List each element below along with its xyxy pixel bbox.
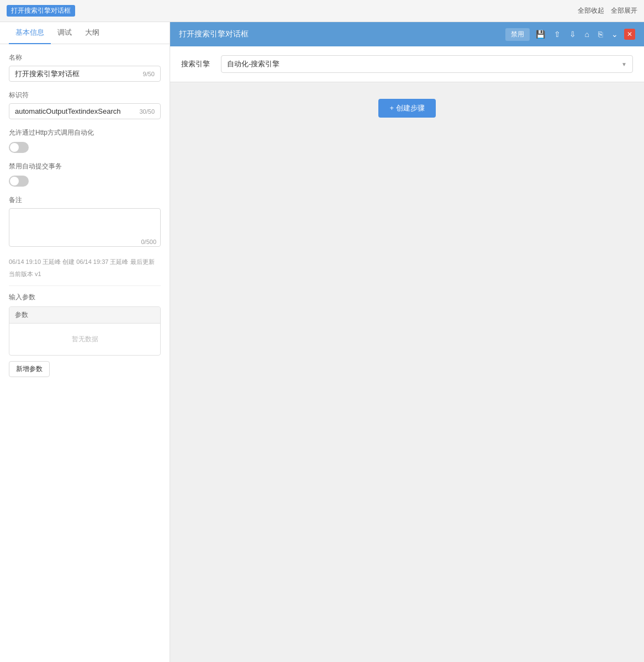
tab-debug[interactable]: 调试 [51, 22, 78, 44]
name-counter: 9/50 [143, 71, 155, 77]
disable-btn[interactable]: 禁用 [505, 28, 530, 41]
expand-all-btn[interactable]: 全部展开 [611, 6, 637, 15]
auto-commit-label: 禁用自动提交事务 [9, 162, 161, 171]
identifier-input-wrapper: 30/50 [9, 103, 161, 119]
add-param-btn[interactable]: 新增参数 [9, 361, 50, 377]
divider [9, 285, 161, 286]
step-header: 打开搜索引擎对话框 禁用 💾 ⇧ ⇩ ⌂ ⎘ ⌄ ✕ [170, 22, 644, 46]
identifier-field-group: 标识符 30/50 [9, 91, 161, 119]
name-input-wrapper: 9/50 [9, 66, 161, 82]
http-toggle-group: 允许通过Http方式调用自动化 [9, 128, 161, 153]
step-card: 打开搜索引擎对话框 禁用 💾 ⇧ ⇩ ⌂ ⎘ ⌄ ✕ 搜索引擎 自动化-搜 [170, 22, 644, 82]
close-icon-btn[interactable]: ✕ [624, 29, 635, 40]
notes-textarea[interactable] [9, 208, 161, 247]
step-body: 搜索引擎 自动化-搜索引擎 ▼ [170, 46, 644, 82]
http-label: 允许通过Http方式调用自动化 [9, 128, 161, 137]
auto-commit-toggle-group: 禁用自动提交事务 [9, 162, 161, 187]
main-layout: 基本信息 调试 大纲 名称 9/50 标识符 30/50 [0, 22, 644, 662]
right-panel: 打开搜索引擎对话框 禁用 💾 ⇧ ⇩ ⌂ ⎘ ⌄ ✕ 搜索引擎 自动化-搜 [170, 22, 644, 662]
tab-bar: 基本信息 调试 大纲 [0, 22, 170, 44]
params-empty: 暂无数据 [9, 324, 160, 355]
params-col-label: 参数 [9, 307, 160, 323]
left-content: 名称 9/50 标识符 30/50 允许通过Http方式调用自动化 [0, 44, 170, 662]
left-panel: 基本信息 调试 大纲 名称 9/50 标识符 30/50 [0, 22, 170, 662]
notes-wrapper: 0/500 [9, 208, 161, 248]
notes-label: 备注 [9, 195, 161, 205]
step-actions: 禁用 💾 ⇧ ⇩ ⌂ ⎘ ⌄ ✕ [505, 28, 635, 41]
name-label: 名称 [9, 53, 161, 62]
params-header: 参数 [9, 307, 160, 324]
identifier-label: 标识符 [9, 91, 161, 100]
identifier-input[interactable] [15, 107, 139, 115]
identifier-counter: 30/50 [139, 108, 155, 115]
create-step-btn[interactable]: + 创建步骤 [378, 99, 435, 118]
tab-outline[interactable]: 大纲 [78, 22, 106, 44]
params-section-title: 输入参数 [9, 293, 161, 302]
search-engine-select[interactable]: 自动化-搜索引擎 ▼ [221, 55, 633, 73]
top-bar: 打开搜索引擎对话框 全部收起 全部展开 [0, 0, 644, 22]
search-engine-row: 搜索引擎 自动化-搜索引擎 ▼ [181, 55, 633, 73]
name-field-group: 名称 9/50 [9, 53, 161, 82]
meta-created: 06/14 19:10 王延峰 创建 06/14 19:37 王延峰 最后更新 [9, 257, 161, 267]
breadcrumb-area: 打开搜索引擎对话框 [7, 5, 75, 17]
breadcrumb-tag[interactable]: 打开搜索引擎对话框 [7, 5, 75, 17]
down-icon-btn[interactable]: ⇩ [567, 29, 579, 40]
notes-field-group: 备注 0/500 [9, 195, 161, 248]
auto-commit-toggle[interactable] [9, 176, 29, 187]
copy-icon-btn[interactable]: ⎘ [595, 29, 605, 40]
top-bar-actions: 全部收起 全部展开 [578, 6, 637, 15]
save-icon-btn[interactable]: 💾 [533, 29, 548, 40]
up-icon-btn[interactable]: ⇧ [551, 29, 563, 40]
meta-version: 当前版本 v1 [9, 269, 161, 279]
search-engine-label: 搜索引擎 [181, 59, 214, 69]
notes-counter: 0/500 [141, 239, 156, 245]
search-engine-value: 自动化-搜索引擎 [227, 59, 279, 69]
step-title: 打开搜索引擎对话框 [179, 29, 505, 39]
expand-icon-btn[interactable]: ⌄ [609, 29, 621, 40]
collapse-all-btn[interactable]: 全部收起 [578, 6, 604, 15]
name-input[interactable] [15, 70, 143, 78]
params-table: 参数 暂无数据 [9, 306, 161, 356]
tab-basic[interactable]: 基本信息 [9, 22, 51, 44]
create-step-area: + 创建步骤 [170, 82, 644, 134]
home-icon-btn[interactable]: ⌂ [582, 29, 592, 40]
http-toggle[interactable] [9, 142, 29, 153]
select-arrow-icon: ▼ [621, 61, 627, 67]
